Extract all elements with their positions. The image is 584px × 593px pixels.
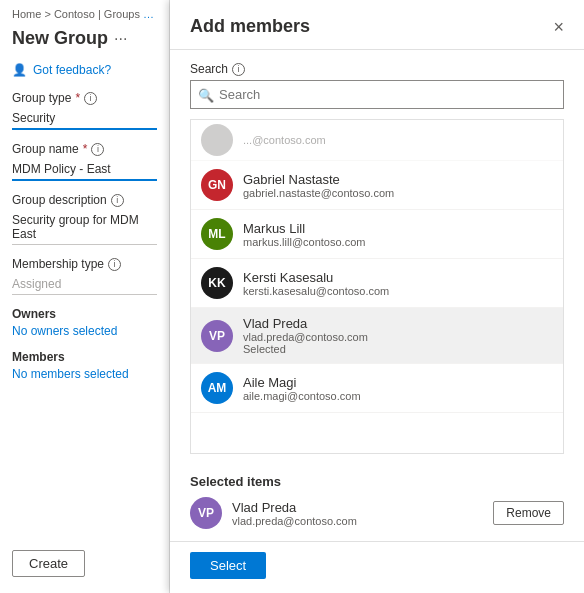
group-type-field: Group type * i Security: [12, 91, 157, 130]
modal-body: Search i 🔍 ...@contoso.com GN Gabriel Na…: [170, 50, 584, 541]
selected-section: Selected items VP Vlad Preda vlad.preda@…: [190, 464, 564, 529]
members-section: Members No members selected: [12, 350, 157, 381]
group-description-value: Security group for MDM East: [12, 210, 157, 245]
group-type-value: Security: [12, 108, 157, 130]
membership-type-field: Membership type i Assigned: [12, 257, 157, 295]
avatar: VP: [201, 320, 233, 352]
avatar: KK: [201, 267, 233, 299]
membership-type-label: Membership type i: [12, 257, 157, 271]
membership-type-info-icon[interactable]: i: [108, 258, 121, 271]
required-indicator: *: [75, 91, 80, 105]
owners-link[interactable]: No owners selected: [12, 324, 117, 338]
avatar: [201, 124, 233, 156]
breadcrumb: Home > Contoso | Groups > Gr...: [12, 8, 157, 20]
list-item[interactable]: ML Markus Lill markus.lill@contoso.com: [191, 210, 563, 259]
selected-member-name: Vlad Preda: [232, 500, 357, 515]
selected-member-email: vlad.preda@contoso.com: [232, 515, 357, 527]
page-title: New Group: [12, 28, 108, 49]
members-label: Members: [12, 350, 157, 364]
selected-label: Selected: [243, 343, 368, 355]
member-info: Gabriel Nastaste gabriel.nastaste@contos…: [243, 172, 394, 199]
selected-member-details: Vlad Preda vlad.preda@contoso.com: [232, 500, 357, 527]
owners-label: Owners: [12, 307, 157, 321]
group-name-field: Group name * i MDM Policy - East: [12, 142, 157, 181]
avatar: GN: [201, 169, 233, 201]
member-info: ...@contoso.com: [243, 134, 326, 146]
group-name-info-icon[interactable]: i: [91, 143, 104, 156]
selected-member-info: VP Vlad Preda vlad.preda@contoso.com: [190, 497, 357, 529]
avatar: AM: [201, 372, 233, 404]
list-item[interactable]: GN Gabriel Nastaste gabriel.nastaste@con…: [191, 161, 563, 210]
modal-header: Add members ×: [170, 0, 584, 50]
group-type-info-icon[interactable]: i: [84, 92, 97, 105]
group-name-value: MDM Policy - East: [12, 159, 157, 181]
truncated-item: ...@contoso.com: [191, 120, 563, 161]
search-input[interactable]: [190, 80, 564, 109]
search-icon: 🔍: [198, 87, 214, 102]
member-info: Vlad Preda vlad.preda@contoso.com Select…: [243, 316, 368, 355]
more-options-icon[interactable]: ···: [114, 30, 127, 48]
member-info: Markus Lill markus.lill@contoso.com: [243, 221, 365, 248]
group-description-info-icon[interactable]: i: [111, 194, 124, 207]
members-link[interactable]: No members selected: [12, 367, 129, 381]
list-item[interactable]: AM Aile Magi aile.magi@contoso.com: [191, 364, 563, 413]
modal-title: Add members: [190, 16, 310, 37]
search-info-icon[interactable]: i: [232, 63, 245, 76]
group-description-field: Group description i Security group for M…: [12, 193, 157, 245]
search-label: Search i: [190, 62, 564, 76]
group-type-label: Group type * i: [12, 91, 157, 105]
group-name-label: Group name * i: [12, 142, 157, 156]
selected-member-row: VP Vlad Preda vlad.preda@contoso.com Rem…: [190, 497, 564, 529]
selected-avatar: VP: [190, 497, 222, 529]
avatar: ML: [201, 218, 233, 250]
search-wrapper: 🔍: [190, 80, 564, 109]
page-title-row: New Group ···: [12, 28, 157, 49]
owners-section: Owners No owners selected: [12, 307, 157, 338]
left-panel: Home > Contoso | Groups > Gr... New Grou…: [0, 0, 170, 593]
group-description-label: Group description i: [12, 193, 157, 207]
list-item[interactable]: KK Kersti Kasesalu kersti.kasesalu@conto…: [191, 259, 563, 308]
modal-footer: Select: [170, 541, 584, 593]
feedback-label: Got feedback?: [33, 63, 111, 77]
list-item-selected[interactable]: VP Vlad Preda vlad.preda@contoso.com Sel…: [191, 308, 563, 364]
feedback-row[interactable]: 👤 Got feedback?: [12, 63, 157, 77]
breadcrumb-text: Home > Contoso | Groups > Gr...: [12, 8, 157, 20]
create-button[interactable]: Create: [12, 550, 85, 577]
feedback-icon: 👤: [12, 63, 27, 77]
membership-type-value: Assigned: [12, 274, 157, 295]
select-button[interactable]: Select: [190, 552, 266, 579]
member-info: Kersti Kasesalu kersti.kasesalu@contoso.…: [243, 270, 389, 297]
members-list: ...@contoso.com GN Gabriel Nastaste gabr…: [190, 119, 564, 454]
close-button[interactable]: ×: [553, 18, 564, 36]
selected-section-title: Selected items: [190, 474, 564, 489]
remove-button[interactable]: Remove: [493, 501, 564, 525]
member-info: Aile Magi aile.magi@contoso.com: [243, 375, 361, 402]
add-members-modal: Add members × Search i 🔍 ...@contoso.com…: [170, 0, 584, 593]
required-indicator: *: [83, 142, 88, 156]
